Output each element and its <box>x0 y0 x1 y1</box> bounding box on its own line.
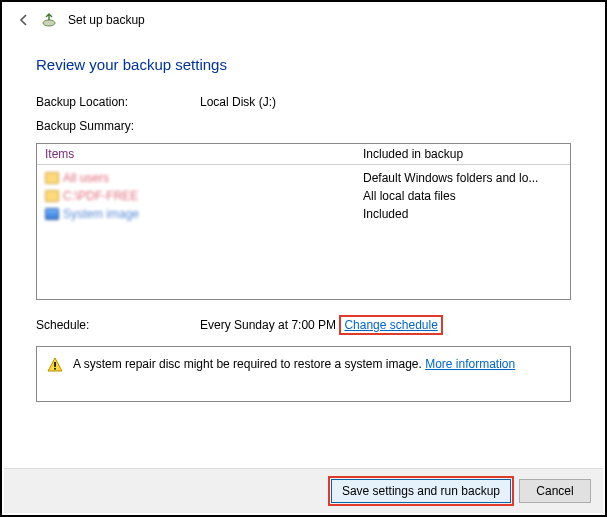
svg-point-0 <box>43 20 55 26</box>
schedule-value: Every Sunday at 7:00 PM Change schedule <box>200 318 443 332</box>
summary-table: Items Included in backup All users Defau… <box>36 143 571 300</box>
info-box: A system repair disc might be required t… <box>36 346 571 402</box>
dialog-header: Set up backup <box>2 2 605 38</box>
page-heading: Review your backup settings <box>36 56 571 73</box>
more-information-link[interactable]: More information <box>425 357 515 371</box>
warning-icon <box>47 357 63 373</box>
schedule-label: Schedule: <box>36 318 200 332</box>
backup-location-label: Backup Location: <box>36 95 200 109</box>
dialog-title: Set up backup <box>68 13 145 27</box>
cancel-button[interactable]: Cancel <box>519 479 591 503</box>
folder-icon <box>45 190 59 202</box>
backup-summary-row: Backup Summary: <box>36 119 571 133</box>
info-text: A system repair disc might be required t… <box>73 357 515 371</box>
svg-rect-1 <box>54 362 56 367</box>
backup-summary-label: Backup Summary: <box>36 119 200 133</box>
backup-location-row: Backup Location: Local Disk (J:) <box>36 95 571 109</box>
change-schedule-link[interactable]: Change schedule <box>344 318 437 332</box>
col-items: Items <box>45 147 363 161</box>
table-row[interactable]: System image Included <box>45 205 562 223</box>
svg-rect-2 <box>54 368 56 370</box>
dialog-footer: Save settings and run backup Cancel <box>4 468 603 513</box>
table-row[interactable]: All users Default Windows folders and lo… <box>45 169 562 187</box>
change-schedule-highlight: Change schedule <box>339 315 442 335</box>
save-run-backup-button[interactable]: Save settings and run backup <box>331 479 511 503</box>
backup-icon <box>42 12 58 28</box>
disk-icon <box>45 208 59 220</box>
dialog-content: Review your backup settings Backup Locat… <box>2 56 605 402</box>
folder-icon <box>45 172 59 184</box>
schedule-row: Schedule: Every Sunday at 7:00 PM Change… <box>36 318 571 332</box>
backup-location-value: Local Disk (J:) <box>200 95 571 109</box>
col-included: Included in backup <box>363 147 562 161</box>
summary-header: Items Included in backup <box>37 144 570 165</box>
back-arrow-icon[interactable] <box>16 12 32 28</box>
table-row[interactable]: C:\PDF-FREE All local data files <box>45 187 562 205</box>
